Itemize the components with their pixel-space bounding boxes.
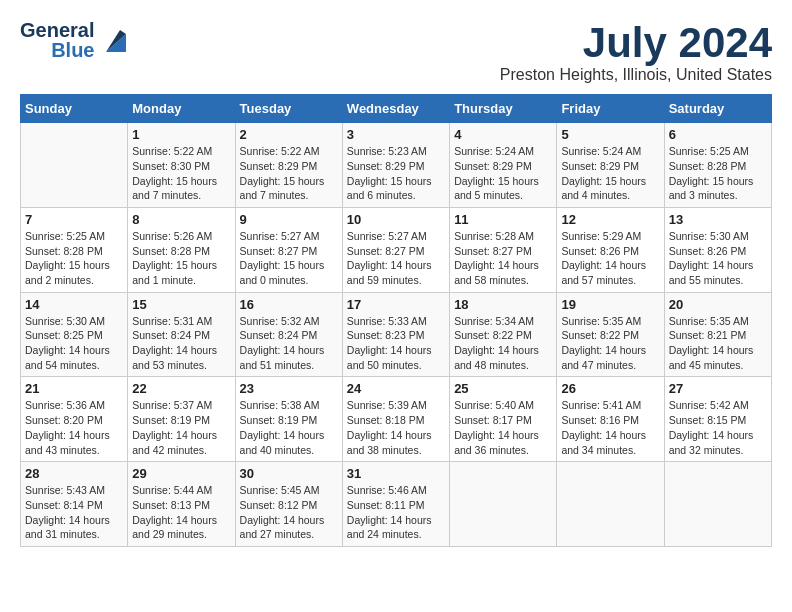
day-info-line: Sunset: 8:19 PM bbox=[240, 414, 318, 426]
day-info-line: Daylight: 14 hours bbox=[347, 514, 432, 526]
calendar-cell: 20Sunrise: 5:35 AMSunset: 8:21 PMDayligh… bbox=[664, 292, 771, 377]
day-info-line: Sunrise: 5:26 AM bbox=[132, 230, 212, 242]
day-info-line: Sunrise: 5:39 AM bbox=[347, 399, 427, 411]
day-info-line: Sunset: 8:28 PM bbox=[669, 160, 747, 172]
day-info-line: and 48 minutes. bbox=[454, 359, 529, 371]
col-header-monday: Monday bbox=[128, 95, 235, 123]
day-number: 5 bbox=[561, 127, 659, 142]
day-info-line: Sunset: 8:29 PM bbox=[347, 160, 425, 172]
day-number: 13 bbox=[669, 212, 767, 227]
day-info-line: Daylight: 14 hours bbox=[561, 344, 646, 356]
day-info-line: Daylight: 14 hours bbox=[132, 514, 217, 526]
col-header-thursday: Thursday bbox=[450, 95, 557, 123]
day-number: 8 bbox=[132, 212, 230, 227]
day-info-line: Sunset: 8:21 PM bbox=[669, 329, 747, 341]
day-info-line: Daylight: 14 hours bbox=[347, 429, 432, 441]
day-info-line: Sunrise: 5:35 AM bbox=[669, 315, 749, 327]
day-info: Sunrise: 5:25 AMSunset: 8:28 PMDaylight:… bbox=[669, 144, 767, 203]
day-info-line: Sunrise: 5:29 AM bbox=[561, 230, 641, 242]
day-info-line: Daylight: 14 hours bbox=[132, 429, 217, 441]
day-number: 30 bbox=[240, 466, 338, 481]
day-info-line: Sunrise: 5:27 AM bbox=[240, 230, 320, 242]
day-info: Sunrise: 5:30 AMSunset: 8:25 PMDaylight:… bbox=[25, 314, 123, 373]
day-info-line: Daylight: 14 hours bbox=[669, 259, 754, 271]
day-info-line: Sunrise: 5:46 AM bbox=[347, 484, 427, 496]
day-number: 4 bbox=[454, 127, 552, 142]
day-info-line: Sunset: 8:26 PM bbox=[669, 245, 747, 257]
day-info: Sunrise: 5:43 AMSunset: 8:14 PMDaylight:… bbox=[25, 483, 123, 542]
day-info-line: Daylight: 14 hours bbox=[347, 344, 432, 356]
day-info-line: Daylight: 15 hours bbox=[669, 175, 754, 187]
calendar-cell: 15Sunrise: 5:31 AMSunset: 8:24 PMDayligh… bbox=[128, 292, 235, 377]
day-info: Sunrise: 5:38 AMSunset: 8:19 PMDaylight:… bbox=[240, 398, 338, 457]
day-number: 14 bbox=[25, 297, 123, 312]
day-info-line: Daylight: 14 hours bbox=[454, 429, 539, 441]
day-number: 1 bbox=[132, 127, 230, 142]
header: General Blue July 2024 Preston Heights, … bbox=[20, 20, 772, 84]
day-number: 25 bbox=[454, 381, 552, 396]
day-info-line: Sunrise: 5:30 AM bbox=[25, 315, 105, 327]
day-info-line: Daylight: 15 hours bbox=[240, 259, 325, 271]
day-info-line: and 54 minutes. bbox=[25, 359, 100, 371]
day-info: Sunrise: 5:24 AMSunset: 8:29 PMDaylight:… bbox=[561, 144, 659, 203]
day-number: 3 bbox=[347, 127, 445, 142]
day-info-line: Daylight: 14 hours bbox=[25, 344, 110, 356]
day-info-line: and 59 minutes. bbox=[347, 274, 422, 286]
day-info-line: Sunrise: 5:25 AM bbox=[669, 145, 749, 157]
day-info-line: and 31 minutes. bbox=[25, 528, 100, 540]
day-info-line: Sunrise: 5:27 AM bbox=[347, 230, 427, 242]
day-number: 17 bbox=[347, 297, 445, 312]
day-info: Sunrise: 5:27 AMSunset: 8:27 PMDaylight:… bbox=[347, 229, 445, 288]
day-info-line: Daylight: 15 hours bbox=[132, 175, 217, 187]
day-info-line: Sunrise: 5:33 AM bbox=[347, 315, 427, 327]
calendar-cell: 14Sunrise: 5:30 AMSunset: 8:25 PMDayligh… bbox=[21, 292, 128, 377]
day-info-line: Sunrise: 5:35 AM bbox=[561, 315, 641, 327]
day-info: Sunrise: 5:22 AMSunset: 8:30 PMDaylight:… bbox=[132, 144, 230, 203]
day-number: 31 bbox=[347, 466, 445, 481]
day-info-line: Sunset: 8:13 PM bbox=[132, 499, 210, 511]
day-info-line: Daylight: 15 hours bbox=[454, 175, 539, 187]
day-info-line: Sunset: 8:12 PM bbox=[240, 499, 318, 511]
day-number: 21 bbox=[25, 381, 123, 396]
day-info-line: Sunrise: 5:32 AM bbox=[240, 315, 320, 327]
day-number: 2 bbox=[240, 127, 338, 142]
calendar-cell bbox=[664, 462, 771, 547]
calendar-cell: 11Sunrise: 5:28 AMSunset: 8:27 PMDayligh… bbox=[450, 207, 557, 292]
day-number: 29 bbox=[132, 466, 230, 481]
subtitle: Preston Heights, Illinois, United States bbox=[500, 66, 772, 84]
day-info-line: and 5 minutes. bbox=[454, 189, 523, 201]
day-info-line: and 7 minutes. bbox=[240, 189, 309, 201]
calendar-cell: 30Sunrise: 5:45 AMSunset: 8:12 PMDayligh… bbox=[235, 462, 342, 547]
day-info-line: and 24 minutes. bbox=[347, 528, 422, 540]
calendar-cell: 19Sunrise: 5:35 AMSunset: 8:22 PMDayligh… bbox=[557, 292, 664, 377]
day-info-line: Sunset: 8:27 PM bbox=[240, 245, 318, 257]
day-info-line: Sunset: 8:27 PM bbox=[454, 245, 532, 257]
day-info-line: and 40 minutes. bbox=[240, 444, 315, 456]
calendar-cell: 1Sunrise: 5:22 AMSunset: 8:30 PMDaylight… bbox=[128, 123, 235, 208]
day-info-line: Daylight: 14 hours bbox=[669, 344, 754, 356]
day-info-line: Sunset: 8:15 PM bbox=[669, 414, 747, 426]
day-number: 7 bbox=[25, 212, 123, 227]
col-header-tuesday: Tuesday bbox=[235, 95, 342, 123]
day-info-line: Sunrise: 5:42 AM bbox=[669, 399, 749, 411]
day-info-line: Sunset: 8:29 PM bbox=[561, 160, 639, 172]
day-info-line: Daylight: 14 hours bbox=[454, 344, 539, 356]
day-info: Sunrise: 5:29 AMSunset: 8:26 PMDaylight:… bbox=[561, 229, 659, 288]
day-info-line: Sunset: 8:23 PM bbox=[347, 329, 425, 341]
day-info-line: Daylight: 15 hours bbox=[240, 175, 325, 187]
day-info-line: Sunset: 8:30 PM bbox=[132, 160, 210, 172]
day-info: Sunrise: 5:35 AMSunset: 8:22 PMDaylight:… bbox=[561, 314, 659, 373]
day-info-line: Sunset: 8:17 PM bbox=[454, 414, 532, 426]
day-info: Sunrise: 5:39 AMSunset: 8:18 PMDaylight:… bbox=[347, 398, 445, 457]
day-info: Sunrise: 5:28 AMSunset: 8:27 PMDaylight:… bbox=[454, 229, 552, 288]
calendar-cell: 12Sunrise: 5:29 AMSunset: 8:26 PMDayligh… bbox=[557, 207, 664, 292]
day-info-line: Sunrise: 5:44 AM bbox=[132, 484, 212, 496]
day-number: 10 bbox=[347, 212, 445, 227]
day-info-line: Sunrise: 5:31 AM bbox=[132, 315, 212, 327]
day-info-line: and 7 minutes. bbox=[132, 189, 201, 201]
day-info: Sunrise: 5:44 AMSunset: 8:13 PMDaylight:… bbox=[132, 483, 230, 542]
day-info: Sunrise: 5:35 AMSunset: 8:21 PMDaylight:… bbox=[669, 314, 767, 373]
day-info-line: Sunset: 8:24 PM bbox=[240, 329, 318, 341]
day-info-line: Sunrise: 5:22 AM bbox=[132, 145, 212, 157]
day-info-line: and 1 minute. bbox=[132, 274, 196, 286]
